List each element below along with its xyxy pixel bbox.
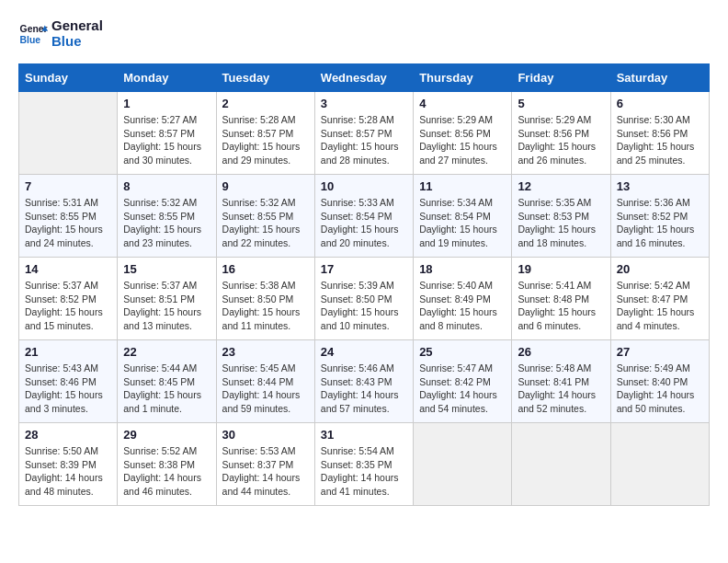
day-number: 21 [25, 345, 111, 359]
day-info: Sunrise: 5:27 AM Sunset: 8:57 PM Dayligh… [123, 113, 210, 167]
day-number: 4 [419, 97, 506, 110]
calendar-cell: 7Sunrise: 5:31 AM Sunset: 8:55 PM Daylig… [19, 175, 118, 258]
day-info: Sunrise: 5:42 AM Sunset: 8:47 PM Dayligh… [617, 279, 703, 333]
day-info: Sunrise: 5:52 AM Sunset: 8:38 PM Dayligh… [123, 444, 210, 499]
weekday-header-monday: Monday [118, 64, 216, 92]
day-number: 22 [123, 345, 210, 359]
day-info: Sunrise: 5:53 AM Sunset: 8:37 PM Dayligh… [222, 444, 309, 499]
calendar-cell: 31Sunrise: 5:54 AM Sunset: 8:35 PM Dayli… [314, 423, 413, 506]
calendar-cell: 1Sunrise: 5:27 AM Sunset: 8:57 PM Daylig… [118, 92, 216, 175]
calendar-week-5: 28Sunrise: 5:50 AM Sunset: 8:39 PM Dayli… [19, 423, 710, 506]
day-info: Sunrise: 5:45 AM Sunset: 8:44 PM Dayligh… [222, 362, 309, 416]
calendar-cell [610, 423, 709, 506]
calendar-cell: 15Sunrise: 5:37 AM Sunset: 8:51 PM Dayli… [118, 258, 216, 340]
calendar-cell: 17Sunrise: 5:39 AM Sunset: 8:50 PM Dayli… [314, 258, 413, 340]
day-info: Sunrise: 5:54 AM Sunset: 8:35 PM Dayligh… [321, 444, 407, 499]
day-info: Sunrise: 5:35 AM Sunset: 8:53 PM Dayligh… [518, 196, 604, 250]
calendar-cell: 9Sunrise: 5:32 AM Sunset: 8:55 PM Daylig… [216, 175, 314, 258]
calendar-cell: 21Sunrise: 5:43 AM Sunset: 8:46 PM Dayli… [19, 340, 118, 423]
day-info: Sunrise: 5:32 AM Sunset: 8:55 PM Dayligh… [222, 196, 309, 250]
day-info: Sunrise: 5:36 AM Sunset: 8:52 PM Dayligh… [617, 196, 703, 250]
logo: General Blue General Blue [18, 18, 103, 49]
day-number: 9 [222, 179, 309, 193]
weekday-header-row: SundayMondayTuesdayWednesdayThursdayFrid… [19, 64, 710, 92]
day-info: Sunrise: 5:41 AM Sunset: 8:48 PM Dayligh… [518, 279, 604, 333]
calendar-cell: 5Sunrise: 5:29 AM Sunset: 8:56 PM Daylig… [512, 92, 610, 175]
weekday-header-sunday: Sunday [19, 64, 118, 92]
calendar-cell: 29Sunrise: 5:52 AM Sunset: 8:38 PM Dayli… [118, 423, 216, 506]
day-info: Sunrise: 5:46 AM Sunset: 8:43 PM Dayligh… [321, 362, 407, 416]
calendar-week-4: 21Sunrise: 5:43 AM Sunset: 8:46 PM Dayli… [19, 340, 710, 423]
day-number: 13 [617, 179, 703, 193]
day-number: 24 [321, 345, 407, 359]
day-info: Sunrise: 5:29 AM Sunset: 8:56 PM Dayligh… [419, 113, 506, 167]
day-info: Sunrise: 5:47 AM Sunset: 8:42 PM Dayligh… [419, 362, 506, 416]
day-info: Sunrise: 5:40 AM Sunset: 8:49 PM Dayligh… [419, 279, 506, 333]
calendar-cell: 27Sunrise: 5:49 AM Sunset: 8:40 PM Dayli… [610, 340, 709, 423]
weekday-header-wednesday: Wednesday [314, 64, 413, 92]
calendar-week-3: 14Sunrise: 5:37 AM Sunset: 8:52 PM Dayli… [19, 258, 710, 340]
day-number: 11 [419, 179, 506, 193]
day-info: Sunrise: 5:33 AM Sunset: 8:54 PM Dayligh… [321, 196, 407, 250]
calendar-cell: 16Sunrise: 5:38 AM Sunset: 8:50 PM Dayli… [216, 258, 314, 340]
calendar-cell: 13Sunrise: 5:36 AM Sunset: 8:52 PM Dayli… [610, 175, 709, 258]
weekday-header-friday: Friday [512, 64, 610, 92]
calendar-cell: 24Sunrise: 5:46 AM Sunset: 8:43 PM Dayli… [314, 340, 413, 423]
day-info: Sunrise: 5:43 AM Sunset: 8:46 PM Dayligh… [25, 362, 111, 416]
calendar-cell: 6Sunrise: 5:30 AM Sunset: 8:56 PM Daylig… [610, 92, 709, 175]
calendar-cell: 26Sunrise: 5:48 AM Sunset: 8:41 PM Dayli… [512, 340, 610, 423]
calendar-cell: 14Sunrise: 5:37 AM Sunset: 8:52 PM Dayli… [19, 258, 118, 340]
weekday-header-saturday: Saturday [610, 64, 709, 92]
day-number: 3 [321, 97, 407, 110]
day-number: 31 [321, 428, 407, 442]
weekday-header-thursday: Thursday [414, 64, 512, 92]
day-number: 18 [419, 262, 506, 276]
day-number: 10 [321, 179, 407, 193]
calendar-cell: 3Sunrise: 5:28 AM Sunset: 8:57 PM Daylig… [314, 92, 413, 175]
day-number: 27 [617, 345, 703, 359]
calendar-cell: 12Sunrise: 5:35 AM Sunset: 8:53 PM Dayli… [512, 175, 610, 258]
calendar-cell [512, 423, 610, 506]
day-number: 30 [222, 428, 309, 442]
calendar-cell: 28Sunrise: 5:50 AM Sunset: 8:39 PM Dayli… [19, 423, 118, 506]
calendar-cell: 22Sunrise: 5:44 AM Sunset: 8:45 PM Dayli… [118, 340, 216, 423]
calendar-cell: 23Sunrise: 5:45 AM Sunset: 8:44 PM Dayli… [216, 340, 314, 423]
calendar-cell [19, 92, 118, 175]
day-number: 12 [518, 179, 604, 193]
day-number: 17 [321, 262, 407, 276]
day-number: 6 [617, 97, 703, 110]
calendar-cell [414, 423, 512, 506]
day-info: Sunrise: 5:28 AM Sunset: 8:57 PM Dayligh… [222, 113, 309, 167]
weekday-header-tuesday: Tuesday [216, 64, 314, 92]
day-number: 5 [518, 97, 604, 110]
day-info: Sunrise: 5:31 AM Sunset: 8:55 PM Dayligh… [25, 196, 111, 250]
day-number: 25 [419, 345, 506, 359]
calendar-cell: 20Sunrise: 5:42 AM Sunset: 8:47 PM Dayli… [610, 258, 709, 340]
day-info: Sunrise: 5:49 AM Sunset: 8:40 PM Dayligh… [617, 362, 703, 416]
day-info: Sunrise: 5:34 AM Sunset: 8:54 PM Dayligh… [419, 196, 506, 250]
day-number: 23 [222, 345, 309, 359]
calendar-cell: 11Sunrise: 5:34 AM Sunset: 8:54 PM Dayli… [414, 175, 512, 258]
day-info: Sunrise: 5:37 AM Sunset: 8:52 PM Dayligh… [25, 279, 111, 333]
day-info: Sunrise: 5:48 AM Sunset: 8:41 PM Dayligh… [518, 362, 604, 416]
day-number: 7 [25, 179, 111, 193]
day-info: Sunrise: 5:44 AM Sunset: 8:45 PM Dayligh… [123, 362, 210, 416]
calendar-cell: 25Sunrise: 5:47 AM Sunset: 8:42 PM Dayli… [414, 340, 512, 423]
header: General Blue General Blue [18, 18, 710, 49]
day-number: 8 [123, 179, 210, 193]
day-info: Sunrise: 5:32 AM Sunset: 8:55 PM Dayligh… [123, 196, 210, 250]
svg-text:Blue: Blue [20, 34, 41, 44]
calendar-cell: 18Sunrise: 5:40 AM Sunset: 8:49 PM Dayli… [414, 258, 512, 340]
calendar-week-2: 7Sunrise: 5:31 AM Sunset: 8:55 PM Daylig… [19, 175, 710, 258]
day-number: 26 [518, 345, 604, 359]
day-number: 29 [123, 428, 210, 442]
day-info: Sunrise: 5:29 AM Sunset: 8:56 PM Dayligh… [518, 113, 604, 167]
calendar-cell: 30Sunrise: 5:53 AM Sunset: 8:37 PM Dayli… [216, 423, 314, 506]
logo-text: General Blue [51, 18, 103, 49]
day-number: 16 [222, 262, 309, 276]
day-info: Sunrise: 5:39 AM Sunset: 8:50 PM Dayligh… [321, 279, 407, 333]
calendar-cell: 10Sunrise: 5:33 AM Sunset: 8:54 PM Dayli… [314, 175, 413, 258]
day-info: Sunrise: 5:50 AM Sunset: 8:39 PM Dayligh… [25, 444, 111, 499]
logo-icon: General Blue [18, 19, 48, 49]
day-info: Sunrise: 5:30 AM Sunset: 8:56 PM Dayligh… [617, 113, 703, 167]
